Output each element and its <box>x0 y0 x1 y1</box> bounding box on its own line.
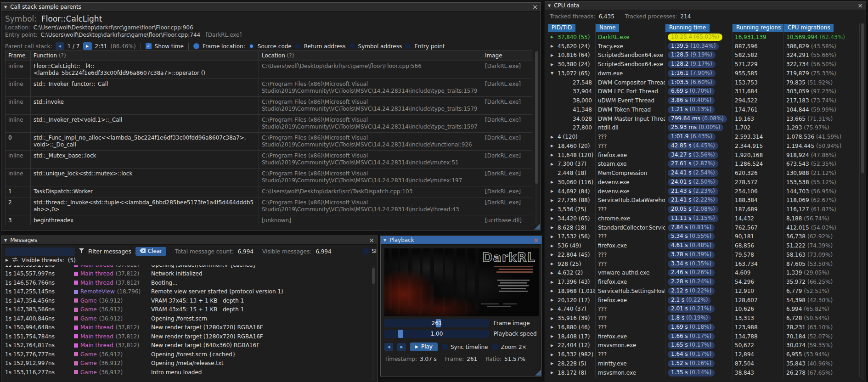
message-row[interactable]: 1s 147,354,456nsGame(36,912)VRAM 37x45: … <box>5 296 371 305</box>
cpu-row[interactable]: ▶7,300 (37)steam.exe27.61 s (2.87%)1,286… <box>548 160 860 169</box>
message-row[interactable]: 1s 152,912,997nsGame(36,912)Opening /met… <box>5 359 371 368</box>
cpu-titlebar[interactable]: ▼ CPU data × <box>545 1 866 10</box>
cpu-row[interactable]: ▶45,620 (24)Tracy.exe1:39.5 (10.34%)887,… <box>548 42 860 51</box>
clear-button[interactable]: Clear <box>135 247 166 256</box>
cpu-row[interactable]: ▶8,628 (18)StandardCollector.Service.e7.… <box>548 223 860 232</box>
message-row[interactable]: 1s 146,576,766nsMain thread(37,812)Booti… <box>5 278 371 287</box>
message-row[interactable]: 1s 147,400,846nsGame(36,912)Opening /for… <box>5 314 371 323</box>
step-back-button[interactable]: ◀ <box>384 343 393 351</box>
cpu-row[interactable]: ▶22,404 (12)msvsmon.exe1.65 s (0.17%)50,… <box>548 341 860 350</box>
cpu-row[interactable]: ▼13,072 (65)dwm.exe1:16.1 (7.90%)955,585… <box>548 69 860 78</box>
cpu-row[interactable]: ▶30,380 (24)ScriptedSandbox64.exe1:28.2 … <box>548 60 860 69</box>
cpu-row[interactable]: ▶41,348DWM Token Thread1.21 s (0.13%)174… <box>548 105 860 114</box>
callstack-titlebar[interactable]: ▼ Call stack sample parents × <box>1 3 541 11</box>
expand-row-icon[interactable]: ▶ <box>551 316 555 320</box>
message-row[interactable]: 1s 152,776,777nsGame(36,912)Opening /for… <box>5 350 371 359</box>
cpu-row[interactable]: ▶11,648 (120)firefox.exe34.27 s (3.56%)1… <box>548 151 860 160</box>
message-row[interactable]: 1s 153,116,277nsGame(36,912)Intro menu l… <box>5 368 371 377</box>
cpu-row[interactable]: ▶4 (120)???1:01.9 (6.43%)2,593,3141,078,… <box>548 132 860 141</box>
cpu-row[interactable]: ▶34,028DWM Master Input Thread799.64 ms … <box>548 114 860 124</box>
clipped-checkbox[interactable] <box>363 248 369 254</box>
messages-titlebar[interactable]: ▼ Messages × <box>1 236 377 245</box>
callstack-row[interactable]: inlinestd::_Mutex_base::lockC:\Program F… <box>6 151 532 169</box>
expand-row-icon[interactable]: ▶ <box>551 225 555 230</box>
pid-tid-column-header[interactable]: PID/TID <box>548 24 575 32</box>
callstack-scrollbar[interactable] <box>535 51 538 225</box>
expand-row-icon[interactable]: ▶ <box>551 144 555 148</box>
expand-row-icon[interactable]: ▶ <box>551 135 555 139</box>
callstack-row[interactable]: inlinestd::_Invoker_ret<void,1>::_CallC:… <box>6 115 532 133</box>
cpu-row[interactable]: ▶17,396 (43)firefox.exe2.28 s (0.24%)54,… <box>548 277 860 286</box>
scrollbar-thumb[interactable] <box>372 268 375 284</box>
cpu-row[interactable]: ▶27,800ntdll.dll25.93 ms (0.00%)1,7021,2… <box>548 124 860 133</box>
scrollbar-thumb[interactable] <box>861 23 864 173</box>
expand-row-icon[interactable]: ▶ <box>551 361 555 365</box>
resize-grip[interactable] <box>535 370 541 376</box>
show-time-checkbox[interactable]: ✓ <box>146 43 152 49</box>
frame-slider[interactable]: 261 <box>384 319 489 327</box>
visible-threads-header[interactable]: ▶ Visible threads: (5) <box>1 257 377 265</box>
return-address-radio[interactable] <box>295 43 301 49</box>
filter-input[interactable] <box>5 247 75 256</box>
cpu-row[interactable]: ▶35,916 (39)???1.8 s (0.19%)13,3136,728(… <box>548 314 860 323</box>
callstack-row[interactable]: 0std::_Func_impl_no_alloc<<lambda_5bc224… <box>6 133 532 151</box>
expand-row-icon[interactable]: ▶ <box>551 198 555 202</box>
zoom-2x-checkbox[interactable] <box>492 344 498 350</box>
close-icon[interactable]: × <box>533 237 539 243</box>
collapse-icon[interactable]: ▼ <box>548 4 551 8</box>
name-column-header[interactable]: Name <box>596 24 619 32</box>
expand-row-icon[interactable]: ▶ <box>551 44 555 48</box>
message-row[interactable]: 1s 147,383,566nsGame(36,912)VRAM 43x45: … <box>5 305 371 315</box>
expand-row-icon[interactable]: ▶ <box>551 271 555 275</box>
expand-row-icon[interactable]: ▶ <box>551 325 555 329</box>
cpu-row[interactable]: ▶30,060 (116)devenv.exe24.01 s (2.50%)27… <box>548 178 860 187</box>
cpu-row[interactable]: ▶18,460 (20)???42.85 s (4.45%)2,344,9151… <box>548 141 860 151</box>
expand-row-icon[interactable]: ▶ <box>551 253 555 257</box>
cpu-row[interactable]: ▶928 (25)???3.34 s (0.35%)163,73487,605(… <box>548 259 860 269</box>
expand-row-icon[interactable]: ▶ <box>551 216 555 220</box>
collapse-icon[interactable]: ▼ <box>4 5 7 9</box>
expand-row-icon[interactable]: ▶ <box>551 180 555 184</box>
expand-row-icon[interactable]: ▶ <box>551 343 555 348</box>
expand-row-icon[interactable]: ▶ <box>551 153 555 157</box>
cpu-row[interactable]: ▶27,736 (88)ServiceHub.DataWarehouse21.4… <box>548 196 860 205</box>
prev-callstack-button[interactable]: ◀ <box>56 42 64 50</box>
expand-row-icon[interactable]: ▶ <box>551 280 555 284</box>
expand-row-icon[interactable]: ▶ <box>551 235 555 239</box>
cpu-row[interactable]: ▶4,632 (2)vmware-authd.exe2.46 s (0.26%)… <box>548 269 860 278</box>
running-regions-column-header[interactable]: Running regions <box>733 24 784 32</box>
cpu-row[interactable]: ▶37,840 (55)DarkRL.exe10:25.4 (65.03%)16… <box>548 33 860 42</box>
message-row[interactable]: 1s 145,557,997nsMain thread(37,812)Netwo… <box>5 270 371 279</box>
expand-row-icon[interactable]: ▶ <box>551 162 555 166</box>
expand-row-icon[interactable]: ▶ <box>551 244 555 248</box>
cpu-row[interactable]: ▶37,904DWM LPC Port Thread6.69 s (0.70%)… <box>548 87 860 96</box>
expand-row-icon[interactable]: ▶ <box>551 307 555 311</box>
cpu-migrations-column-header[interactable]: CPU migrations <box>784 24 834 32</box>
entry-point-radio[interactable] <box>405 43 411 49</box>
next-callstack-button[interactable]: ▶ <box>83 42 92 50</box>
step-forward-button[interactable]: ▶ <box>397 343 406 351</box>
resize-grip[interactable] <box>534 224 540 230</box>
cpu-row[interactable]: ▶34,420 (65)chrome.exe11.11 s (1.15%)14,… <box>548 214 860 223</box>
cpu-row[interactable]: ▶16,332 (982)???1.64 s (0.17%)12,8946,95… <box>548 350 860 359</box>
close-icon[interactable]: × <box>857 3 863 8</box>
cpu-row[interactable]: ▶20,120 (17)firefox.exe2.1 s (0.22%)128,… <box>548 296 860 305</box>
callstack-row[interactable]: 1TaskDispatch::WorkerC:\Users\wolf\Deskt… <box>6 186 532 197</box>
cpu-row[interactable]: ▶28,228 (5)mintty.exe1.52 s (0.16%)87,50… <box>548 359 860 368</box>
cpu-row[interactable]: ▶16,880 (46)???1.69 s (0.18%)123,98878,2… <box>548 323 860 332</box>
expand-row-icon[interactable]: ▶ <box>551 298 555 302</box>
sync-timeline-checkbox[interactable] <box>442 344 448 350</box>
expand-row-icon[interactable]: ▶ <box>551 189 555 193</box>
cpu-row[interactable]: ▶18,408 (17)firefox.exe1.66 s (0.17%)134… <box>548 332 860 341</box>
cpu-row[interactable]: ▶38,000uDWM Event Thread3.86 s (0.40%)29… <box>548 96 860 105</box>
speed-slider[interactable]: 1.00 <box>384 330 489 338</box>
collapse-icon[interactable]: ▼ <box>383 238 386 242</box>
close-icon[interactable]: × <box>532 4 538 10</box>
expand-row-icon[interactable]: ▶ <box>551 289 555 293</box>
cpu-row[interactable]: ▶44,692 (84)devenv.exe21.43 s (2.23%)254… <box>548 187 860 196</box>
cpu-row[interactable]: ▶18,968 (1,018)ServiceHub.SettingsHost.e… <box>548 286 860 296</box>
cpu-row[interactable]: ▶4,740 (37)???2.01 s (0.21%)10,6266,994(… <box>548 305 860 314</box>
symbol-address-radio[interactable] <box>349 43 355 49</box>
callstack-row[interactable]: inlinestd::_Invoker_functor::_CallC:\Pro… <box>6 79 532 97</box>
collapse-icon[interactable]: ▼ <box>4 238 7 242</box>
